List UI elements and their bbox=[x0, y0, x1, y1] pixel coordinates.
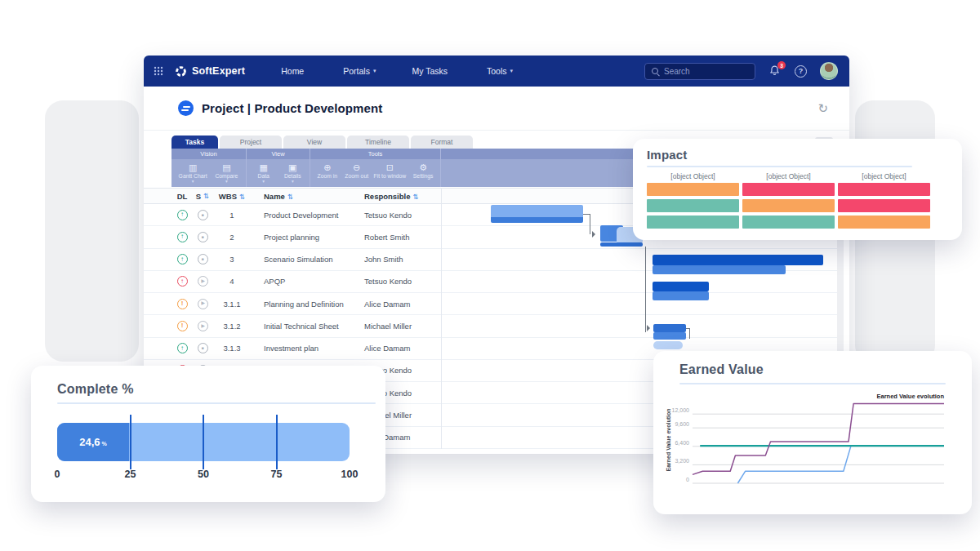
task-state-icon bbox=[198, 276, 208, 287]
ribbon-tab[interactable]: Tasks bbox=[172, 136, 218, 149]
ribbon-group-title: View bbox=[247, 149, 310, 159]
name-cell: Initial Technical Sheet bbox=[252, 322, 363, 331]
impact-cell[interactable] bbox=[742, 199, 835, 212]
gantt-bar[interactable] bbox=[653, 282, 709, 291]
table-row[interactable]: 3.1.2 Initial Technical Sheet Michael Mi… bbox=[144, 315, 837, 337]
gantt-bar[interactable] bbox=[653, 291, 709, 300]
user-avatar[interactable] bbox=[820, 62, 838, 80]
svg-text:0: 0 bbox=[686, 477, 689, 482]
impact-cell[interactable] bbox=[838, 183, 930, 196]
progress-tick bbox=[130, 415, 131, 469]
gantt-bar[interactable] bbox=[491, 205, 583, 223]
ribbon-button[interactable]: ⊡ Fit to window bbox=[374, 163, 407, 184]
impact-cell[interactable] bbox=[838, 199, 930, 212]
impact-cell[interactable] bbox=[742, 183, 835, 196]
column-header-dl[interactable]: DL bbox=[172, 192, 193, 201]
column-header-wbs[interactable]: WBS⇅ bbox=[212, 192, 252, 201]
help-button[interactable]: ? bbox=[795, 65, 807, 78]
column-header-s[interactable]: S⇅ bbox=[193, 192, 212, 201]
search-input[interactable] bbox=[664, 67, 746, 76]
ribbon-tab-label: View bbox=[307, 138, 322, 146]
task-state-icon bbox=[198, 232, 208, 242]
page-title: Project | Product Development bbox=[202, 101, 382, 115]
ribbon-button[interactable]: ⚙ Settings bbox=[411, 163, 435, 184]
background-panel-left bbox=[45, 100, 139, 362]
task-state-icon bbox=[198, 254, 208, 264]
impact-cell[interactable] bbox=[647, 183, 739, 196]
impact-column-label: [object Object] bbox=[742, 172, 835, 180]
refresh-icon[interactable]: ↻ bbox=[817, 101, 828, 116]
task-state-icon bbox=[198, 321, 208, 331]
wbs-cell: 3.1.2 bbox=[212, 322, 252, 331]
brand-logo[interactable]: SoftExpert bbox=[175, 65, 245, 78]
name-cell: Scenario Simulation bbox=[252, 255, 363, 264]
name-cell: Project planning bbox=[252, 233, 363, 242]
impact-grid bbox=[647, 183, 948, 229]
ribbon-button-icon: ▤ bbox=[222, 163, 230, 172]
gantt-bar[interactable] bbox=[653, 341, 683, 349]
gantt-bar[interactable] bbox=[653, 324, 686, 332]
gantt-bar[interactable] bbox=[653, 255, 823, 265]
name-cell: Planning and Definition bbox=[252, 300, 363, 309]
impact-cell[interactable] bbox=[647, 216, 739, 229]
ribbon-button[interactable]: ⊕ Zoom in bbox=[315, 163, 340, 184]
ribbon-button-icon: ⚙ bbox=[419, 163, 427, 172]
ribbon-button[interactable]: ▥ Gantt Chart ▾ bbox=[179, 163, 207, 184]
nav-item-label: Portals bbox=[343, 66, 370, 76]
ribbon-button[interactable]: ⊖ Zoom out bbox=[345, 163, 369, 184]
impact-card-title: Impact bbox=[647, 148, 948, 162]
wbs-cell: 3.1.3 bbox=[212, 344, 252, 353]
impact-cell[interactable] bbox=[647, 199, 739, 212]
impact-column-headers: [object Object] [object Object] [object … bbox=[647, 172, 948, 180]
complete-percent-card: Complete % 24,6 % 0 bbox=[31, 366, 385, 502]
chart-legend: Earned Value evolution bbox=[876, 393, 944, 400]
chevron-down-icon: ▾ bbox=[373, 68, 376, 74]
table-row[interactable]: 3.1.1 Planning and Definition Alice Dama… bbox=[144, 293, 837, 315]
deadline-status-icon bbox=[177, 210, 188, 220]
nav-item[interactable]: Portals ▾ bbox=[343, 66, 376, 76]
app-launcher-icon[interactable] bbox=[154, 66, 163, 76]
nav-item[interactable]: Home bbox=[281, 66, 307, 76]
earned-value-chart: 03,2006,4009,60012,000Earned Value evolu… bbox=[665, 390, 949, 495]
deadline-status-icon bbox=[177, 276, 188, 287]
notifications-button[interactable]: 3 bbox=[768, 64, 782, 78]
nav-item[interactable]: Tools ▾ bbox=[487, 66, 513, 76]
ribbon-button[interactable]: ▣ Details ▾ bbox=[280, 163, 305, 184]
task-state-icon bbox=[198, 210, 208, 220]
ribbon-button-icon: ▥ bbox=[189, 163, 197, 172]
gantt-bar[interactable] bbox=[653, 265, 786, 274]
svg-text:6,400: 6,400 bbox=[675, 440, 689, 446]
ribbon-tab[interactable]: Timeline bbox=[347, 136, 409, 149]
complete-axis: 0 25 50 75 100 bbox=[57, 469, 350, 482]
impact-cell[interactable] bbox=[838, 216, 930, 229]
ribbon-tab[interactable]: Project bbox=[220, 136, 282, 149]
ribbon-button-label: Settings bbox=[413, 173, 434, 179]
deadline-status-icon bbox=[177, 299, 188, 309]
ribbon-tab[interactable]: Format bbox=[411, 136, 473, 149]
gantt-bar[interactable] bbox=[600, 242, 643, 247]
ribbon-tab[interactable]: View bbox=[283, 136, 345, 149]
nav-menu: Home Portals ▾ My Tasks Tools bbox=[281, 66, 513, 76]
column-header-name[interactable]: Name⇅ bbox=[252, 192, 363, 201]
search-box[interactable] bbox=[644, 63, 755, 80]
ribbon-button-label: Zoom out bbox=[345, 173, 368, 179]
impact-grid-row bbox=[647, 216, 948, 229]
sort-icon: ⇅ bbox=[413, 193, 419, 201]
impact-card: Impact [object Object] [object Object] [… bbox=[633, 139, 962, 240]
impact-cell[interactable] bbox=[742, 216, 835, 229]
ribbon-group: Tools ⊕ Zoom in ⊖ Zoom out bbox=[310, 149, 441, 187]
nav-item-label: My Tasks bbox=[412, 66, 448, 76]
svg-text:3,200: 3,200 bbox=[675, 458, 689, 464]
wbs-cell: 3 bbox=[212, 255, 252, 264]
ribbon-button[interactable]: ▦ Data ▾ bbox=[252, 163, 276, 184]
deadline-status-icon bbox=[177, 232, 188, 242]
ribbon-button[interactable]: ▤ Compare ▾ bbox=[214, 163, 238, 184]
task-state-icon bbox=[198, 299, 208, 309]
earned-value-title-rule bbox=[679, 383, 946, 384]
top-navbar: SoftExpert Home Portals ▾ My Tasks bbox=[144, 56, 849, 87]
name-cell: APQP bbox=[252, 277, 363, 286]
nav-item[interactable]: My Tasks bbox=[412, 66, 451, 76]
ribbon-group-title: Vision bbox=[172, 149, 246, 159]
gantt-bar[interactable] bbox=[653, 332, 686, 340]
axis-label: 100 bbox=[341, 469, 359, 480]
